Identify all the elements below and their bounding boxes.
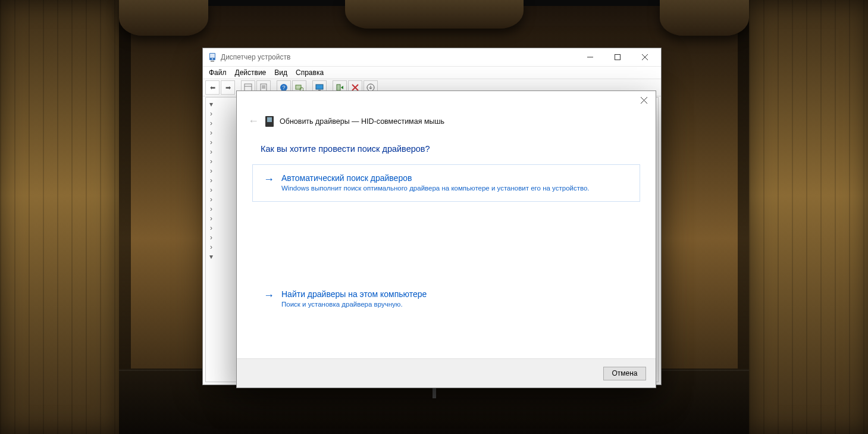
menu-help[interactable]: Справка [296,68,324,77]
menu-view[interactable]: Вид [274,68,287,77]
chevron-right-icon: › [208,119,214,127]
menu-file[interactable]: Файл [209,68,227,77]
arrow-left-icon: ⬅ [210,84,215,92]
svg-point-2 [212,58,213,60]
svg-rect-4 [615,55,621,60]
svg-rect-1 [210,54,215,58]
chevron-right-icon: › [208,233,214,242]
svg-rect-3 [211,61,214,62]
dialog-close-button[interactable] [632,91,656,109]
device-icon [265,116,274,127]
chevron-right-icon: › [208,205,214,213]
maximize-button[interactable] [604,48,631,66]
option-title: Найти драйверы на этом компьютере [281,289,427,299]
chevron-right-icon: › [208,195,214,204]
back-button: ← [247,115,259,127]
window-titlebar[interactable]: Диспетчер устройств [203,48,661,66]
update-driver-dialog: ← Обновить драйверы — HID-совместимая мы… [236,90,656,388]
maximize-icon [615,54,621,60]
option-desc: Windows выполнит поиск оптимального драй… [281,185,590,192]
arrow-right-icon: → [264,290,274,308]
option-search-automatically[interactable]: → Автоматический поиск драйверов Windows… [252,164,640,202]
chevron-right-icon: › [208,157,214,166]
chevron-right-icon: › [208,138,214,146]
close-icon [642,54,648,60]
chevron-right-icon: › [208,214,214,223]
close-button[interactable] [631,48,659,66]
chevron-right-icon: › [208,148,214,156]
dialog-question: Как вы хотите провести поиск драйверов? [261,144,632,154]
cancel-button[interactable]: Отмена [603,367,646,380]
wallpaper-arch [345,0,524,29]
close-icon [641,97,647,104]
chevron-right-icon: › [208,167,214,175]
window-title: Диспетчер устройств [221,53,576,61]
dialog-footer: Отмена [237,358,656,388]
wallpaper-arch [119,0,208,36]
chevron-right-icon: › [208,186,214,194]
arrow-right-icon: ➡ [225,84,231,92]
dialog-title: Обновить драйверы — HID-совместимая мышь [280,117,444,126]
option-browse-computer[interactable]: → Найти драйверы на этом компьютере Поис… [252,280,640,318]
chevron-right-icon: › [208,224,214,232]
chevron-right-icon: › [208,243,214,251]
svg-rect-11 [316,85,323,89]
svg-rect-13 [337,85,340,90]
dialog-header: ← Обновить драйверы — HID-совместимая мы… [237,113,656,127]
minimize-button[interactable] [576,48,604,66]
svg-text:?: ? [282,85,285,90]
chevron-right-icon: › [208,129,214,137]
minimize-icon [587,54,593,60]
toolbar-forward-button[interactable]: ➡ [221,80,235,95]
device-manager-icon [208,52,217,62]
option-title: Автоматический поиск драйверов [281,173,590,183]
arrow-right-icon: → [264,174,274,192]
chevron-right-icon: › [208,110,214,118]
chevron-down-icon: ▾ [208,252,214,261]
chevron-right-icon: › [208,176,214,185]
option-desc: Поиск и установка драйвера вручную. [281,301,427,308]
menu-action[interactable]: Действие [235,68,267,77]
chevron-down-icon: ▾ [208,100,214,108]
menu-bar: Файл Действие Вид Справка [203,66,661,79]
toolbar-back-button[interactable]: ⬅ [205,80,220,95]
wallpaper-arch [660,0,749,36]
